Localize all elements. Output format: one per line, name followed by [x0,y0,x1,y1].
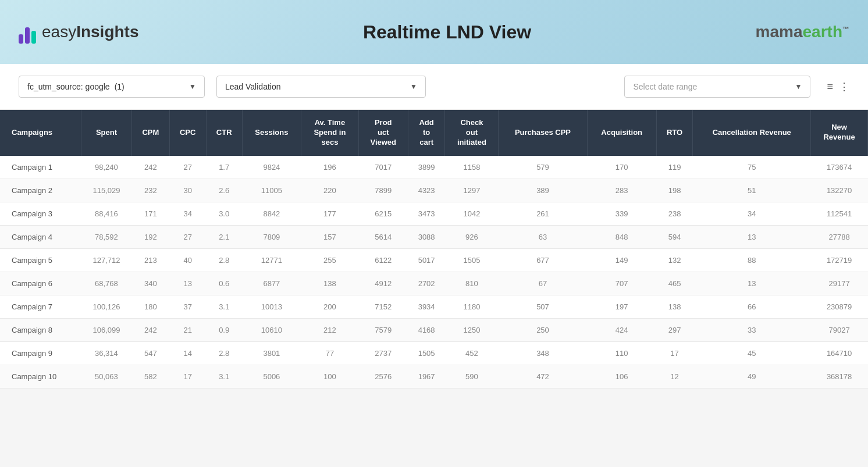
source-filter[interactable]: fc_utm_source: google (1) ▼ [19,76,205,98]
table-cell: 4168 [408,318,445,341]
logo-bar-3 [31,31,36,44]
table-cell: Campaign 6 [0,272,81,295]
table-cell: 238 [656,202,693,225]
table-cell: 11005 [242,179,301,202]
col-acquisition: Acquisition [587,110,656,156]
col-product-viewed: ProductViewed [358,110,408,156]
table-cell: 507 [499,295,587,318]
table-cell: 3899 [408,156,445,179]
table-cell: 3934 [408,295,445,318]
table-cell: 220 [301,179,359,202]
table-cell: 45 [693,341,811,365]
table-cell: 3.1 [206,295,242,318]
col-ctr: CTR [206,110,242,156]
col-cpc: CPC [169,110,206,156]
table-cell: 590 [445,365,499,388]
data-table-container: Campaigns Spent CPM CPC CTR Sessions Av.… [0,110,868,400]
table-cell: 13 [169,272,206,295]
table-cell: 926 [445,225,499,248]
col-new-revenue: NewRevenue [811,110,868,156]
app-header: easyInsights Realtime LND View mamaearth… [0,0,868,64]
table-cell: 40 [169,248,206,272]
table-cell: 472 [499,365,587,388]
lead-validation-filter[interactable]: Lead Validation ▼ [216,76,426,98]
table-cell: 138 [656,295,693,318]
table-cell: 1180 [445,295,499,318]
table-cell: 6215 [358,202,408,225]
lead-validation-label: Lead Validation [225,82,280,91]
lead-dropdown-arrow: ▼ [410,83,417,91]
table-cell: 297 [656,318,693,341]
table-cell: 213 [131,248,169,272]
date-range-label: Select date range [633,82,697,91]
table-cell: 5017 [408,248,445,272]
filter-icon[interactable]: ≡ [827,81,833,93]
table-cell: 261 [499,202,587,225]
table-cell: 30 [169,179,206,202]
table-cell: 180 [131,295,169,318]
logo-container: easyInsights [19,20,139,44]
table-cell: 198 [656,179,693,202]
more-options-icon[interactable]: ⋮ [839,80,849,93]
table-cell: 230879 [811,295,868,318]
col-sessions: Sessions [242,110,301,156]
table-cell: 1.7 [206,156,242,179]
table-cell: 50,063 [81,365,131,388]
table-cell: 348 [499,341,587,365]
table-cell: 197 [587,295,656,318]
col-campaigns: Campaigns [0,110,81,156]
table-cell: Campaign 3 [0,202,81,225]
table-cell: 6877 [242,272,301,295]
filter-action-icons: ≡ ⋮ [827,80,849,93]
table-cell: 1042 [445,202,499,225]
source-filter-count: (1) [115,82,124,91]
table-cell: 7899 [358,179,408,202]
table-row: Campaign 936,314547142.83801772737150545… [0,341,868,365]
table-cell: 0.9 [206,318,242,341]
table-row: Campaign 1050,063582173.1500610025761967… [0,365,868,388]
table-cell: 200 [301,295,359,318]
table-cell: 127,712 [81,248,131,272]
mamaearth-earth: earth [803,23,842,41]
table-cell: 1250 [445,318,499,341]
table-row: Campaign 198,240242271.79824196701738991… [0,156,868,179]
table-cell: 3088 [408,225,445,248]
table-cell: 2737 [358,341,408,365]
table-row: Campaign 2115,029232302.6110052207899432… [0,179,868,202]
table-cell: 810 [445,272,499,295]
table-cell: 173674 [811,156,868,179]
table-cell: 88 [693,248,811,272]
table-row: Campaign 668,768340130.66877138491227028… [0,272,868,295]
table-cell: 1505 [445,248,499,272]
table-header-row: Campaigns Spent CPM CPC CTR Sessions Av.… [0,110,868,156]
table-cell: 78,592 [81,225,131,248]
source-dropdown-arrow: ▼ [189,83,196,91]
table-cell: 848 [587,225,656,248]
table-cell: 100 [301,365,359,388]
table-cell: 4912 [358,272,408,295]
table-cell: 340 [131,272,169,295]
table-cell: 339 [587,202,656,225]
col-av-time: Av. TimeSpend insecs [301,110,359,156]
table-cell: 17 [656,341,693,365]
table-cell: 10013 [242,295,301,318]
page-title: Realtime LND View [363,22,531,43]
table-cell: 7152 [358,295,408,318]
col-cancellation-revenue: Cancellation Revenue [693,110,811,156]
col-cpm: CPM [131,110,169,156]
table-cell: 68,768 [81,272,131,295]
table-cell: 132 [656,248,693,272]
table-cell: 465 [656,272,693,295]
table-cell: 98,240 [81,156,131,179]
table-cell: 594 [656,225,693,248]
table-cell: Campaign 8 [0,318,81,341]
table-cell: Campaign 9 [0,341,81,365]
table-cell: Campaign 7 [0,295,81,318]
table-cell: 132270 [811,179,868,202]
table-cell: 66 [693,295,811,318]
table-cell: 3.0 [206,202,242,225]
app-logo-text: easyInsights [42,23,139,41]
date-range-filter[interactable]: Select date range ▼ [624,76,810,98]
table-cell: 149 [587,248,656,272]
table-cell: 389 [499,179,587,202]
